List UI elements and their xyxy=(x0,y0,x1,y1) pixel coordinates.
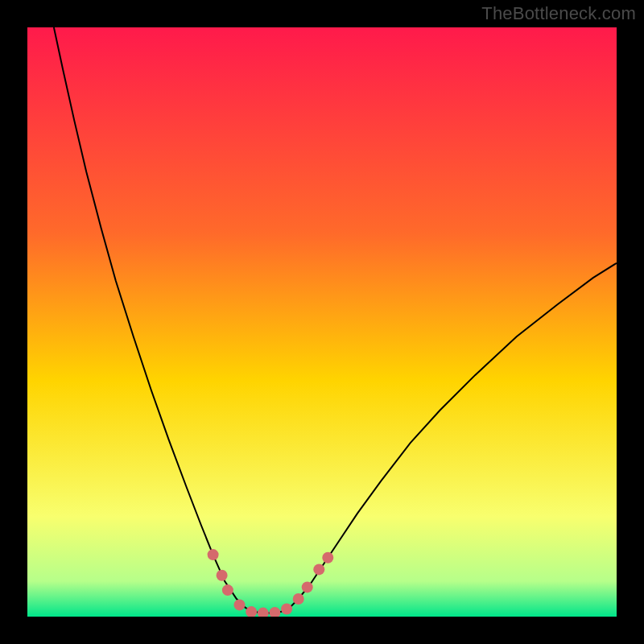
curve-marker xyxy=(217,570,228,581)
gradient-panel xyxy=(27,27,617,617)
curve-marker xyxy=(208,549,219,560)
curve-marker xyxy=(322,552,333,564)
curve-marker xyxy=(222,584,233,596)
chart-svg xyxy=(27,27,617,617)
curve-marker xyxy=(302,581,313,592)
plot-area xyxy=(27,27,617,617)
chart-frame: TheBottleneck.com xyxy=(0,0,644,644)
curve-marker xyxy=(313,564,324,575)
attribution-label: TheBottleneck.com xyxy=(481,3,636,24)
curve-marker xyxy=(234,599,246,610)
curve-marker xyxy=(293,593,304,605)
curve-marker xyxy=(281,604,292,615)
